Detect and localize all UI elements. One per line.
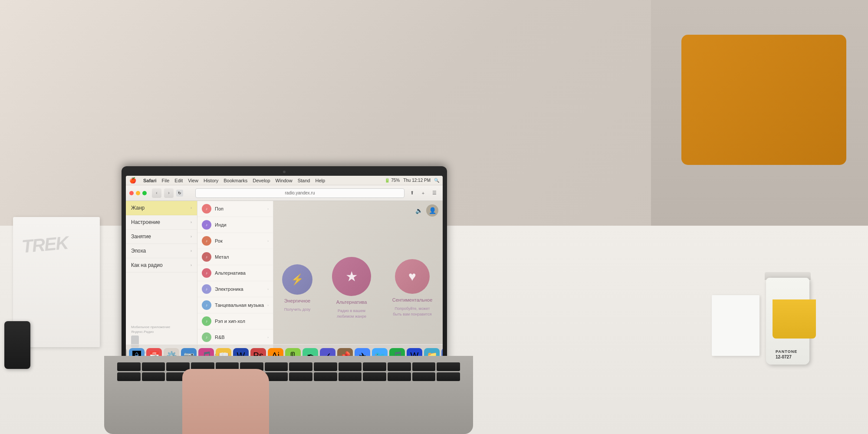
menu-view[interactable]: View <box>188 178 198 183</box>
search-icon[interactable]: 🔍 <box>434 178 439 183</box>
sidebar-item-genre[interactable]: Жанр › <box>126 201 197 215</box>
genre-item-dance[interactable]: ♪ Танцевальная музыка › <box>197 297 273 313</box>
mobile-app-title: Мобильное приложение <box>131 325 197 329</box>
circle-energy[interactable]: ⚡ Энергичное Получить дозу <box>282 264 312 312</box>
sidebar-item-mood[interactable]: Настроение › <box>126 215 197 230</box>
key[interactable] <box>117 362 141 371</box>
sentimental-heart-icon: ♥ <box>408 269 416 284</box>
key[interactable] <box>412 362 436 371</box>
energy-desc: Получить дозу <box>284 307 311 312</box>
keyboard-keys <box>104 356 473 388</box>
alternative-button[interactable]: ★ <box>332 257 371 296</box>
indie-icon: ♪ <box>202 220 211 230</box>
cup-brand-text: PANTONE <box>776 349 797 354</box>
genre-item-metal[interactable]: ♪ Метал <box>197 249 273 265</box>
sidebar-toggle-icon[interactable]: ☰ <box>430 188 439 198</box>
key[interactable] <box>388 362 411 371</box>
key[interactable] <box>339 362 362 371</box>
reload-button[interactable]: ↻ <box>176 190 183 197</box>
radio-main-area: 🔈 👤 ⚡ Энергичное Получить дозу <box>273 201 443 367</box>
circle-alternative[interactable]: ★ Альтернатива Радио в вашем любимом жан… <box>330 257 373 319</box>
user-avatar[interactable]: 👤 <box>426 204 438 217</box>
menu-history[interactable]: History <box>204 178 218 183</box>
menu-stand[interactable]: Stand <box>298 178 310 183</box>
dance-icon: ♪ <box>202 300 211 310</box>
menu-safari[interactable]: Safari <box>143 178 157 183</box>
key[interactable] <box>437 362 460 371</box>
rock-icon: ♪ <box>202 236 211 246</box>
sentimental-button[interactable]: ♥ <box>395 259 430 294</box>
electronic-chevron: › <box>267 287 269 291</box>
menu-help[interactable]: Help <box>315 178 325 183</box>
maximize-button[interactable] <box>142 191 147 195</box>
menu-file[interactable]: File <box>162 178 170 183</box>
pop-label: Поп <box>215 206 264 211</box>
electronic-icon: ♪ <box>202 284 211 294</box>
key[interactable] <box>314 362 337 371</box>
key[interactable] <box>142 362 165 371</box>
menu-develop[interactable]: Develop <box>253 178 270 183</box>
dance-chevron: › <box>267 303 269 307</box>
key[interactable] <box>363 362 386 371</box>
key[interactable] <box>289 362 312 371</box>
mobile-app-subtitle: Яндекс.Радио <box>131 330 197 334</box>
radio-chevron-icon: › <box>191 263 192 267</box>
key[interactable] <box>363 372 386 381</box>
sidebar-item-era[interactable]: Эпоха › <box>126 244 197 258</box>
circle-sentimental[interactable]: ♥ Сентиментальное Попробуйте, может быть… <box>391 259 434 317</box>
key[interactable] <box>412 372 436 381</box>
alternative-desc: Радио в вашем любимом жанре <box>330 308 373 319</box>
genre-item-alternative[interactable]: ♪ Альтернатива <box>197 265 273 281</box>
back-button[interactable]: ‹ <box>152 188 161 198</box>
url-bar[interactable]: radio.yandex.ru <box>195 188 404 198</box>
trek-text: TREK <box>21 232 69 257</box>
laptop-camera <box>283 171 286 173</box>
rock-chevron: › <box>267 239 269 243</box>
genre-item-electronic[interactable]: ♪ Электроника › <box>197 281 273 297</box>
genre-item-indie[interactable]: ♪ Инди <box>197 217 273 233</box>
sidebar-activity-label: Занятие <box>131 233 151 240</box>
key[interactable] <box>437 372 460 381</box>
scene: TREK PANTONE 12-0727 🍎 Safari File Edit <box>0 0 868 434</box>
sidebar-item-activity[interactable]: Занятие › <box>126 230 197 244</box>
genre-item-pop[interactable]: ♪ Поп › <box>197 201 273 217</box>
orange-cushion <box>681 35 846 165</box>
alternative-label: Альтернатива <box>215 270 269 276</box>
sidebar-genre-label: Жанр <box>131 205 145 211</box>
energy-label: Энергичное <box>284 298 310 303</box>
indie-label: Инди <box>215 222 269 227</box>
cup-yellow-band <box>773 299 816 339</box>
close-button[interactable] <box>129 191 134 195</box>
key[interactable] <box>117 372 141 381</box>
era-chevron-icon: › <box>191 249 192 253</box>
key[interactable] <box>388 372 411 381</box>
menu-edit[interactable]: Edit <box>174 178 183 183</box>
energy-button[interactable]: ⚡ <box>282 264 312 295</box>
menu-window[interactable]: Window <box>276 178 293 183</box>
forward-button[interactable]: › <box>164 188 174 198</box>
alternative-label: Альтернатива <box>336 299 367 305</box>
key[interactable] <box>265 362 288 371</box>
safari-toolbar: ‹ › ↻ radio.yandex.ru ⬆ + ☰ <box>126 185 443 201</box>
sidebar-radio-label: Как на радио <box>131 262 163 268</box>
share-icon[interactable]: ⬆ <box>407 188 417 198</box>
pantone-cup: PANTONE 12-0727 <box>760 269 816 365</box>
menu-bookmarks[interactable]: Bookmarks <box>224 178 247 183</box>
persons-hand <box>182 369 269 434</box>
key[interactable] <box>289 372 312 381</box>
browser-content: Жанр › Настроение › Занятие › Эпоха <box>126 201 443 367</box>
electronic-label: Электроника <box>215 286 264 292</box>
phone-left <box>4 321 30 369</box>
pop-icon: ♪ <box>202 204 211 214</box>
sentimental-label: Сентиментальное <box>392 297 433 302</box>
volume-icon[interactable]: 🔈 <box>415 207 423 214</box>
key[interactable] <box>339 372 362 381</box>
add-bookmark-icon[interactable]: + <box>418 188 428 198</box>
sidebar-item-radio[interactable]: Как на радио › <box>126 258 197 273</box>
key[interactable] <box>142 372 165 381</box>
genre-item-rock[interactable]: ♪ Рок › <box>197 233 273 249</box>
key[interactable] <box>314 372 337 381</box>
minimize-button[interactable] <box>136 191 140 195</box>
sentimental-desc: Попробуйте, может быть вам понравится <box>391 306 434 317</box>
spacer <box>186 190 193 197</box>
